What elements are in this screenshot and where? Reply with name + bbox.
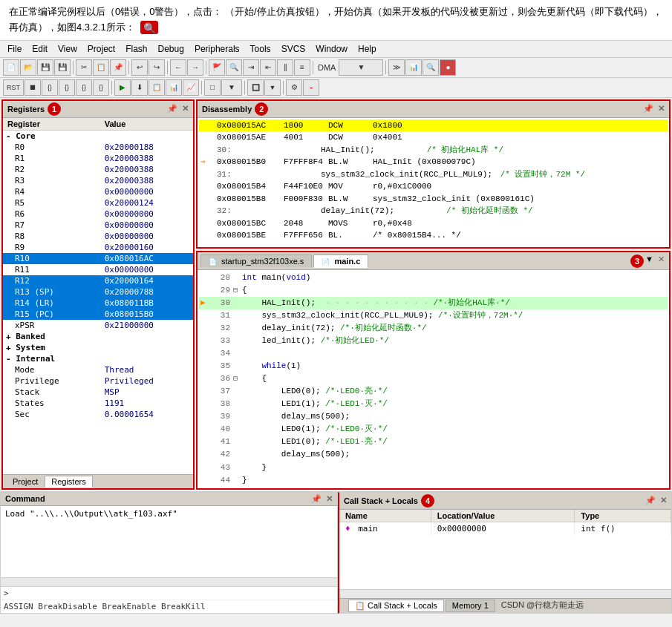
callstack-pin-icon[interactable]: 📌 (645, 496, 656, 505)
menu-tools[interactable]: Tools (246, 42, 275, 56)
tb-step4[interactable]: 📈 (183, 79, 199, 96)
tb-arrow-right[interactable]: → (187, 59, 203, 76)
tb-braces1[interactable]: {} (42, 79, 58, 96)
menu-project[interactable]: Project (83, 42, 120, 56)
menu-help[interactable]: Help (353, 42, 381, 56)
toolbar-2: RST ⏹ {} {} {} {} ▶ ⬇ 📋 📊 📈 □ ▼ 🔲 ▼ ⚙ - (0, 78, 672, 98)
tb-flag[interactable]: 🚩 (209, 59, 225, 76)
tb-view1[interactable]: □ (204, 79, 221, 96)
reg-item: R80x00000000 (3, 231, 193, 242)
tb-search[interactable]: 🔍 (226, 59, 242, 76)
menu-peripherals[interactable]: Peripherals (190, 42, 244, 56)
disassembly-close-icon[interactable]: ✕ (658, 104, 665, 114)
callstack-label: 4 (421, 494, 434, 508)
tab-project[interactable]: Project (6, 476, 45, 488)
tb-stop[interactable]: ● (440, 59, 456, 76)
reg-item: R40x00000000 (3, 186, 193, 197)
reg-item: R90x20000160 (3, 242, 193, 253)
status-tab-callstack[interactable]: 📋 Call Stack + Locals (348, 600, 444, 612)
tb-copy[interactable]: 📋 (93, 59, 109, 76)
tab-registers[interactable]: Registers (45, 476, 92, 488)
tab-main-c[interactable]: 📄 main.c (313, 255, 368, 268)
sep3 (167, 61, 168, 74)
tab-startup[interactable]: 📄 startup_stm32f103xe.s (200, 255, 312, 267)
tb-search2[interactable]: 🔍 (423, 59, 439, 76)
status-tab-memory[interactable]: Memory 1 (446, 600, 495, 612)
tb-more2[interactable]: 📊 (405, 59, 422, 76)
callstack-hscroll[interactable] (339, 589, 671, 598)
registers-close-icon[interactable]: ✕ (182, 104, 189, 114)
tb-save[interactable]: 💾 (37, 59, 53, 76)
disassembly-pin-icon[interactable]: 📌 (643, 104, 653, 114)
code-close-icon[interactable]: ✕ (658, 255, 665, 268)
registers-panel: Registers 1 📌 ✕ Register Value - CoreR00… (1, 99, 195, 490)
cs-col-name: Name (339, 510, 431, 522)
menu-view[interactable]: View (53, 42, 82, 56)
tb-braces2[interactable]: {} (59, 79, 75, 96)
reg-item: R60x00000000 (3, 209, 193, 220)
tb-indent4[interactable]: ≡ (294, 59, 310, 76)
reg-item: ModeThread (3, 364, 193, 375)
menu-debug[interactable]: Debug (154, 42, 189, 56)
menu-window[interactable]: Window (311, 42, 352, 56)
tb-step2[interactable]: 📋 (149, 79, 165, 96)
disassembly-content[interactable]: 0x080015AC 1800 DCW 0x1800 0x080015AE 40… (198, 118, 669, 247)
tb-indent3[interactable]: ‖ (277, 59, 293, 76)
dis-row: 0x080015AE 4001 DCW 0x4001 (199, 131, 668, 144)
tb-chip[interactable]: 🔲 (247, 79, 264, 96)
command-hscroll[interactable] (1, 577, 337, 586)
tb-redo[interactable]: ↪ (149, 59, 165, 76)
reg-item: R20x20000388 (3, 164, 193, 175)
command-input[interactable] (12, 588, 334, 598)
tb-dma-combo[interactable]: ▼ (339, 59, 383, 76)
reg-item: Sec0.00001654 (3, 409, 193, 420)
reg-item: R70x00000000 (3, 220, 193, 231)
tb-minus[interactable]: - (303, 79, 319, 96)
tb-step1[interactable]: ⬇ (131, 79, 148, 96)
command-input-row: > (1, 586, 337, 600)
tb-step-run[interactable]: ▶ (114, 79, 131, 96)
tb-cut[interactable]: ✂ (76, 59, 92, 76)
tb-rst[interactable]: RST (3, 79, 24, 96)
tb-undo[interactable]: ↩ (131, 59, 148, 76)
reg-group-header: + Banked (3, 331, 193, 342)
code-line-41: 41 LED1(0); /*·LED1·亮·*/ (199, 436, 668, 448)
code-line-34: 34 (199, 347, 668, 360)
reg-col-value: Value (100, 118, 193, 131)
tb-more1[interactable]: ≫ (388, 59, 405, 76)
callstack-header: Call Stack + Locals 4 📌 ✕ (339, 493, 671, 510)
menu-edit[interactable]: Edit (27, 42, 52, 56)
registers-header: Registers 1 📌 ✕ (3, 101, 193, 118)
menu-flash[interactable]: Flash (121, 42, 151, 56)
dis-row: 0x080015BC 2048 MOVS r0,#0x48 (199, 217, 668, 230)
tb-stop2[interactable]: ⏹ (25, 79, 41, 96)
code-content[interactable]: 28 int main(void) 29 ⊟ { ▶ 30 HAL_In (198, 270, 669, 488)
dis-row: 30: HAL_Init(); /* 初始化HAL库 */ (199, 144, 668, 157)
tb-new[interactable]: 📄 (3, 59, 19, 76)
code-tab-dropdown[interactable]: ▼ (645, 255, 653, 268)
tb-indent[interactable]: ⇥ (243, 59, 259, 76)
toolbar-1: 📄 📂 💾 💾 ✂ 📋 📌 ↩ ↪ ← → 🚩 🔍 ⇥ ⇤ ‖ ≡ DMA ▼ … (0, 58, 672, 78)
tb-paste[interactable]: 📌 (110, 59, 126, 76)
command-close-icon[interactable]: ✕ (326, 494, 333, 504)
tb-step3[interactable]: 📊 (166, 79, 182, 96)
command-pin-icon[interactable]: 📌 (311, 494, 322, 504)
reg-item: States1191 (3, 398, 193, 409)
dis-row: 0x080015AC 1800 DCW 0x1800 (199, 119, 668, 132)
registers-pin-icon[interactable]: 📌 (167, 104, 177, 114)
menu-svcs[interactable]: SVCS (277, 42, 310, 56)
code-line-33: 33 led_init(); /*·初始化LED·*/ (199, 335, 668, 347)
reg-item: R13 (SP)0x20000788 (3, 286, 193, 298)
callstack-close-icon[interactable]: ✕ (660, 496, 667, 505)
tb-indent2[interactable]: ⇤ (260, 59, 276, 76)
tb-settings[interactable]: ⚙ (286, 79, 302, 96)
tb-open[interactable]: 📂 (20, 59, 36, 76)
tb-arrow-left[interactable]: ← (170, 59, 186, 76)
menu-file[interactable]: File (3, 42, 26, 56)
tb-view-combo[interactable]: ▼ (221, 79, 242, 96)
tb-braces3[interactable]: {} (76, 79, 92, 96)
tb-save2[interactable]: 💾 (54, 59, 71, 76)
tb-braces4[interactable]: {} (93, 79, 109, 96)
tb-chip2[interactable]: ▼ (264, 79, 281, 96)
main-area: Registers 1 📌 ✕ Register Value - CoreR00… (0, 98, 672, 491)
